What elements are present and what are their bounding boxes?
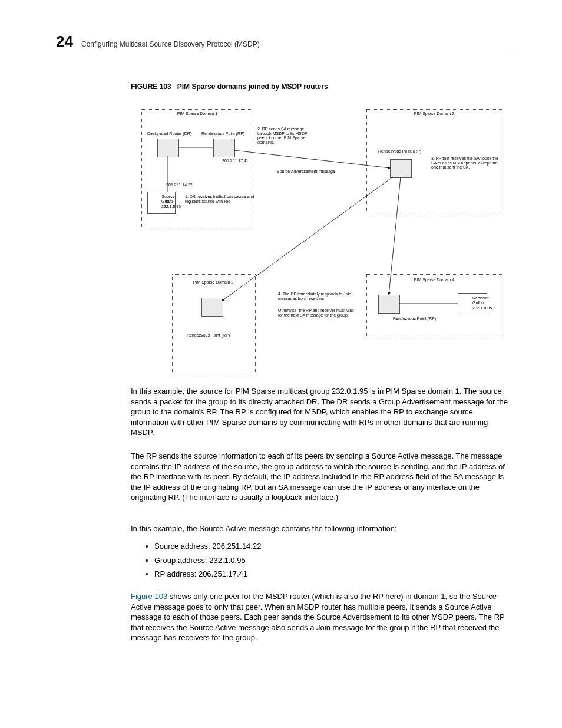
domain1-label: PIM Sparse Domain 1 [141, 111, 253, 116]
rp-label-1: Rendezvous Point (RP) [201, 131, 244, 136]
dr-router-icon [157, 139, 179, 157]
paragraph-3: In this example, the Source Active messa… [131, 523, 508, 534]
rp2-router-icon [390, 159, 412, 178]
paragraph-2: The RP sends the source information to e… [131, 451, 508, 503]
source-box-l2: Group [161, 199, 173, 204]
paragraph-4: Figure 103 shows only one peer for the M… [131, 591, 508, 643]
domain3-box [172, 274, 256, 375]
header-rule [81, 51, 511, 51]
note1: 1. DR receives traffic from source and r… [185, 195, 256, 203]
rp1-router-icon [213, 139, 235, 157]
rp-label-3: Rendezvous Point (RP) [187, 333, 230, 338]
figure-diagram: PIM Sparse Domain 1 Designated Router (D… [131, 103, 514, 377]
note4b: Otherwise, the RP and receiver must wait… [278, 308, 358, 317]
figure-link[interactable]: Figure 103 [131, 592, 167, 601]
domain2-label: PIM Sparse Domain 2 [366, 111, 502, 116]
bullet-list: Source address: 206.251.14.22 Group addr… [131, 538, 531, 583]
figure-label: FIGURE 103 [131, 83, 171, 91]
ip-rp: 206.251.17.41 [222, 159, 249, 163]
source-box: Source for Group 232.1.0.95 [147, 192, 176, 214]
rp3-router-icon [201, 298, 223, 317]
note3: 3. RP that receives the SA floods the SA… [431, 156, 499, 170]
sa-msg: Source Advertisement message [277, 169, 335, 174]
rp4-router-icon [378, 295, 400, 314]
paragraph-4-rest: shows only one peer for the MSDP router … [131, 592, 504, 642]
figure-title: PIM Sparse domains joined by MSDP router… [177, 83, 328, 91]
note2: 2. RP sends SA message through MSDP to i… [257, 127, 316, 145]
domain3-label: PIM Sparse Domain 3 [172, 280, 254, 285]
note4a: 4. The RP immediately responds to Join m… [278, 292, 355, 301]
page-header-title: Configuring Multicast Source Discovery P… [81, 40, 260, 48]
paragraph-1: In this example, the source for PIM Spar… [131, 386, 508, 438]
rp-label-2: Rendezvous Point (RP) [378, 149, 421, 154]
bullet-rp-addr: RP address: 206.251.17.41 [154, 569, 531, 579]
receiver-box-l2: Group [472, 301, 484, 305]
ip-dr: 206.251.14.22 [166, 183, 193, 187]
domain4-label: PIM Sparse Domain 4 [366, 278, 502, 282]
figure-caption: FIGURE 103 PIM Sparse domains joined by … [131, 83, 328, 91]
page-number: 24 [56, 32, 73, 51]
receiver-box-l3: 232.1.0.95 [472, 306, 492, 311]
bullet-group-addr: Group address: 232.1.0.95 [154, 555, 531, 566]
bullet-source-addr: Source address: 206.251.14.22 [154, 541, 531, 552]
source-box-l3: 232.1.0.95 [161, 205, 181, 209]
rp-label-4: Rendezvous Point (RP) [393, 317, 436, 321]
receiver-box: Receiver for Group 232.1.0.95 [458, 293, 487, 315]
dr-label: Designated Router (DR) [147, 131, 191, 136]
